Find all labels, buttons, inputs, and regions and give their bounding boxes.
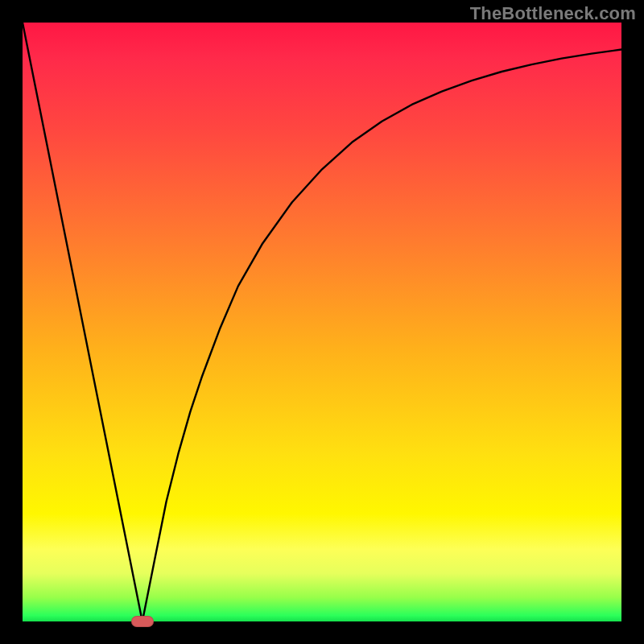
minimum-marker — [131, 616, 154, 627]
chart-frame: TheBottleneck.com — [0, 0, 644, 644]
watermark-text: TheBottleneck.com — [470, 3, 636, 24]
curve-svg — [23, 23, 621, 621]
plot-area — [23, 23, 621, 621]
bottleneck-curve — [23, 23, 621, 621]
